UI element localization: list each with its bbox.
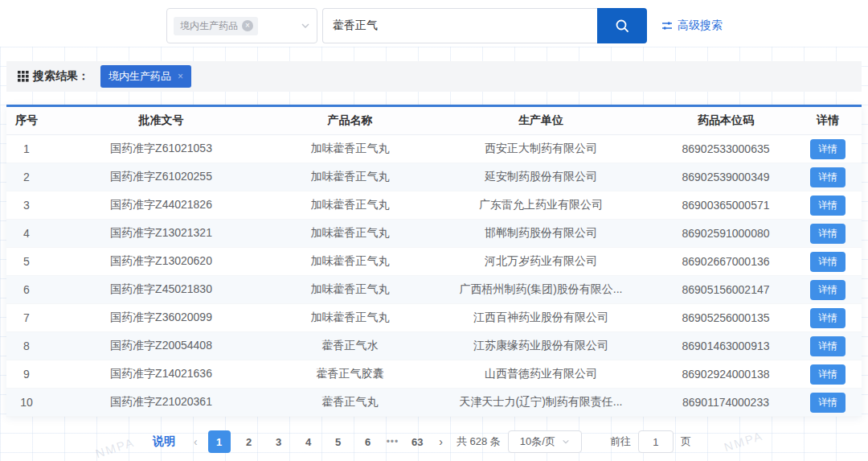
product-name: 藿香正气丸 <box>276 395 424 410</box>
detail-cell: 详情 <box>794 393 862 413</box>
detail-button[interactable]: 详情 <box>810 364 845 385</box>
manufacturer: 天津天士力(辽宁)制药有限责任... <box>424 395 657 410</box>
manufacturer: 邯郸制药股份有限公司 <box>424 226 657 241</box>
table-row: 3国药准字Z44021826加味藿香正气丸广东雷允上药业有限公司86900365… <box>6 191 862 220</box>
row-index: 1 <box>6 142 47 155</box>
total-count: 共 628 条 <box>457 434 501 449</box>
page-size-value: 10条/页 <box>520 434 555 449</box>
goto-label: 前往 <box>610 434 631 449</box>
drug-code: 86901463000913 <box>657 340 794 352</box>
page-size-select[interactable]: 10条/页 <box>508 430 582 453</box>
product-name: 藿香正气胶囊 <box>276 367 424 381</box>
detail-button[interactable]: 详情 <box>810 224 845 244</box>
detail-button[interactable]: 详情 <box>810 139 845 159</box>
detail-cell: 详情 <box>794 280 862 300</box>
prev-page-button[interactable]: ‹ <box>190 435 201 448</box>
table-row: 7国药准字Z36020099加味藿香正气丸江西百神药业股份有限公司8690525… <box>6 304 862 332</box>
results-table: 序号批准文号产品名称生产单位药品本位码详情 1国药准字Z61021053加味藿香… <box>6 105 862 417</box>
page-button-1[interactable]: 1 <box>208 430 231 453</box>
search-category-select[interactable]: 境内生产药品 × <box>166 8 317 43</box>
results-bar: 搜索结果： 境内生产药品 × <box>6 61 862 92</box>
search-bar: 境内生产药品 × 高级搜索 <box>166 8 723 43</box>
table-row: 4国药准字Z13021321加味藿香正气丸邯郸制药股份有限公司869025910… <box>6 220 862 248</box>
approval-number: 国药准字Z44021826 <box>47 198 276 212</box>
detail-button[interactable]: 详情 <box>810 280 845 300</box>
drug-code: 86902539000349 <box>657 171 794 183</box>
column-header: 产品名称 <box>276 113 424 128</box>
table-body: 1国药准字Z61021053加味藿香正气丸西安正大制药有限公司869025330… <box>6 135 862 417</box>
advanced-search-label: 高级搜索 <box>678 19 723 33</box>
page-unit-label: 页 <box>681 434 691 449</box>
page-ellipsis[interactable]: ••• <box>387 436 399 447</box>
column-header: 批准文号 <box>47 113 276 128</box>
search-input[interactable] <box>322 8 597 43</box>
drug-code: 86902533000635 <box>657 142 794 155</box>
manufacturer: 延安制药股份有限公司 <box>424 170 657 184</box>
product-name: 加味藿香正气丸 <box>276 254 424 269</box>
next-page-button[interactable]: › <box>436 435 446 448</box>
manufacturer: 江西百神药业股份有限公司 <box>424 311 657 325</box>
detail-button[interactable]: 详情 <box>810 167 845 187</box>
row-index: 8 <box>6 340 47 352</box>
product-name: 加味藿香正气丸 <box>276 198 424 212</box>
detail-button[interactable]: 详情 <box>810 393 845 413</box>
column-header: 药品本位码 <box>657 113 794 128</box>
row-index: 3 <box>6 199 47 212</box>
drug-code: 86905256000135 <box>657 311 794 324</box>
goto-page-input[interactable] <box>638 430 674 453</box>
page-button-2[interactable]: 2 <box>238 430 260 453</box>
detail-button[interactable]: 详情 <box>810 336 845 356</box>
table-row: 8国药准字Z20054408藿香正气水江苏康缘药业股份有限公司869014630… <box>6 332 862 360</box>
active-filter-tag[interactable]: 境内生产药品 × <box>100 65 191 88</box>
advanced-search-link[interactable]: 高级搜索 <box>661 8 723 43</box>
detail-button[interactable]: 详情 <box>810 252 845 272</box>
page-list: 123456•••63 <box>208 430 429 453</box>
row-index: 6 <box>6 283 47 296</box>
page-button-5[interactable]: 5 <box>327 430 350 453</box>
chevron-down-icon <box>562 438 570 446</box>
manufacturer: 山西普德药业有限公司 <box>424 367 657 381</box>
search-icon <box>614 18 630 34</box>
results-label: 搜索结果： <box>33 69 89 84</box>
drug-code: 86900365000571 <box>657 199 794 212</box>
approval-number: 国药准字Z14021636 <box>47 367 276 381</box>
drug-code: 86901174000233 <box>657 396 794 409</box>
approval-number: 国药准字Z61021053 <box>47 142 276 156</box>
page-button-6[interactable]: 6 <box>357 430 379 453</box>
manufacturer: 广西梧州制药(集团)股份有限公... <box>424 282 657 297</box>
grid-icon <box>18 71 29 82</box>
filter-sliders-icon <box>661 20 673 31</box>
row-index: 10 <box>6 396 47 409</box>
approval-number: 国药准字Z45021830 <box>47 282 276 297</box>
drug-code: 86905156002147 <box>657 283 794 296</box>
detail-cell: 详情 <box>794 139 862 159</box>
detail-button[interactable]: 详情 <box>810 308 845 328</box>
row-index: 2 <box>6 171 47 183</box>
detail-cell: 详情 <box>794 167 862 187</box>
category-tag-remove-icon[interactable]: × <box>242 20 253 31</box>
row-index: 4 <box>6 227 47 240</box>
manufacturer: 西安正大制药有限公司 <box>424 142 657 156</box>
detail-button[interactable]: 详情 <box>810 196 845 216</box>
search-button[interactable] <box>597 8 647 43</box>
approval-number: 国药准字Z36020099 <box>47 311 276 325</box>
page-button-3[interactable]: 3 <box>268 430 290 453</box>
table-header-row: 序号批准文号产品名称生产单位药品本位码详情 <box>6 107 862 135</box>
row-index: 9 <box>6 368 47 381</box>
detail-cell: 详情 <box>794 308 862 328</box>
product-name: 加味藿香正气丸 <box>276 142 424 156</box>
page-button-63[interactable]: 63 <box>406 430 428 453</box>
table-row: 5国药准字Z13020620加味藿香正气丸河北万岁药业有限公司869026670… <box>6 248 862 276</box>
row-index: 5 <box>6 255 47 268</box>
approval-number: 国药准字Z13020620 <box>47 254 276 269</box>
active-filter-tag-label: 境内生产药品 <box>108 69 171 84</box>
detail-cell: 详情 <box>794 252 862 272</box>
tag-close-icon[interactable]: × <box>178 71 183 82</box>
manufacturer: 广东雷允上药业有限公司 <box>424 198 657 212</box>
drug-code: 86902591000080 <box>657 227 794 240</box>
table-row: 1国药准字Z61021053加味藿香正气丸西安正大制药有限公司869025330… <box>6 135 862 163</box>
table-row: 9国药准字Z14021636藿香正气胶囊山西普德药业有限公司8690292400… <box>6 360 862 389</box>
note-link[interactable]: 说明 <box>153 434 175 449</box>
page-button-4[interactable]: 4 <box>297 430 320 453</box>
approval-number: 国药准字Z61020255 <box>47 170 276 184</box>
